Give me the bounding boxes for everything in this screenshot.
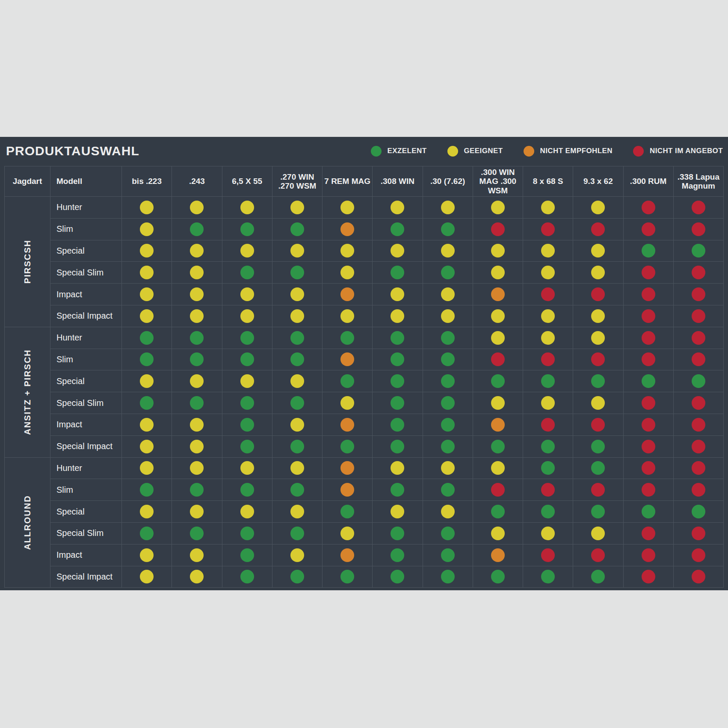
status-dot-exzelent bbox=[290, 331, 304, 345]
rating-cell bbox=[473, 240, 523, 262]
legend-item-label: NICHT IM ANGEBOT bbox=[650, 147, 723, 155]
status-dot-geeignet bbox=[340, 527, 354, 540]
status-dot-geeignet bbox=[340, 396, 354, 410]
status-dot-geeignet bbox=[290, 505, 304, 518]
status-dot-geeignet bbox=[541, 527, 555, 540]
status-dot-geeignet bbox=[290, 287, 304, 301]
rating-cell bbox=[573, 392, 623, 414]
rating-cell bbox=[373, 240, 422, 262]
status-dot-exzelent bbox=[340, 374, 354, 388]
rating-cell bbox=[473, 458, 523, 479]
rating-cell bbox=[272, 370, 322, 392]
status-dot-geeignet bbox=[340, 309, 354, 323]
rating-cell bbox=[323, 349, 372, 370]
rating-cell bbox=[222, 349, 272, 370]
status-dot-exzelent bbox=[240, 266, 254, 279]
rating-cell bbox=[122, 370, 172, 392]
status-dot-exzelent bbox=[441, 527, 455, 540]
status-dot-geeignet bbox=[290, 418, 304, 432]
rating-cell bbox=[373, 197, 422, 218]
rating-cell bbox=[323, 284, 372, 305]
model-row-label: Hunter bbox=[50, 197, 121, 218]
group-header-label: ANSITZ + PIRSCH bbox=[23, 349, 33, 435]
rating-cell bbox=[323, 566, 372, 588]
rating-cell bbox=[624, 479, 673, 500]
status-dot-nicht-im-angebot bbox=[692, 287, 705, 301]
rating-cell bbox=[624, 370, 673, 392]
status-dot-geeignet bbox=[140, 309, 154, 323]
rating-cell bbox=[674, 262, 723, 283]
status-dot-exzelent bbox=[441, 352, 455, 366]
rating-cell bbox=[423, 284, 473, 305]
status-dot-exzelent bbox=[541, 461, 555, 475]
status-dot-nicht-im-angebot bbox=[591, 548, 605, 562]
status-dot-geeignet bbox=[491, 309, 505, 323]
rating-cell bbox=[423, 458, 473, 479]
rating-cell bbox=[373, 392, 422, 414]
status-dot-exzelent bbox=[491, 374, 505, 388]
status-dot-geeignet bbox=[140, 461, 154, 475]
status-dot-geeignet bbox=[441, 461, 455, 475]
rating-cell bbox=[674, 414, 723, 435]
status-dot-geeignet bbox=[441, 244, 455, 257]
column-header-caliber: .300 WIN MAG .300 WSM bbox=[473, 166, 523, 196]
status-dot-geeignet bbox=[140, 440, 154, 453]
column-header-caliber: 7 REM MAG bbox=[323, 166, 372, 196]
status-dot-exzelent bbox=[391, 331, 404, 345]
status-dot-geeignet bbox=[240, 244, 254, 257]
status-dot-exzelent bbox=[290, 266, 304, 279]
status-dot-geeignet bbox=[391, 505, 404, 518]
column-header-caliber: .270 WIN .270 WSM bbox=[272, 166, 322, 196]
rating-cell bbox=[272, 523, 322, 544]
rating-cell bbox=[624, 262, 673, 283]
model-row-label: Special Impact bbox=[50, 305, 121, 327]
status-dot-nicht-empfohlen bbox=[340, 461, 354, 475]
rating-cell bbox=[423, 501, 473, 522]
status-dot-exzelent bbox=[290, 352, 304, 366]
status-dot-geeignet bbox=[541, 201, 555, 214]
rating-cell bbox=[122, 501, 172, 522]
rating-cell bbox=[222, 197, 272, 218]
status-dot-geeignet bbox=[190, 440, 204, 453]
status-dot-geeignet bbox=[541, 244, 555, 257]
rating-cell bbox=[573, 479, 623, 500]
rating-cell bbox=[473, 436, 523, 457]
rating-cell bbox=[573, 566, 623, 588]
status-dot-nicht-im-angebot bbox=[692, 352, 705, 366]
status-dot-exzelent bbox=[642, 505, 655, 518]
status-dot-exzelent bbox=[541, 505, 555, 518]
status-dot-geeignet bbox=[441, 309, 455, 323]
model-row-label: Impact bbox=[50, 414, 121, 435]
status-dot-nicht-im-angebot bbox=[642, 461, 655, 475]
rating-cell bbox=[624, 436, 673, 457]
column-header-jagdart: Jagdart bbox=[5, 166, 50, 196]
rating-cell bbox=[573, 262, 623, 283]
rating-cell bbox=[473, 219, 523, 240]
legend-item-nicht-empfohlen: NICHT EMPFOHLEN bbox=[524, 146, 613, 157]
status-dot-geeignet bbox=[240, 309, 254, 323]
rating-cell bbox=[222, 240, 272, 262]
rating-cell bbox=[373, 523, 422, 544]
status-dot-nicht-im-angebot bbox=[692, 266, 705, 279]
rating-cell bbox=[373, 327, 422, 349]
group-header-label: ALLROUND bbox=[23, 495, 33, 550]
rating-cell bbox=[423, 436, 473, 457]
status-dot-nicht-empfohlen bbox=[340, 548, 354, 562]
rating-cell bbox=[423, 370, 473, 392]
status-dot-exzelent bbox=[140, 352, 154, 366]
rating-cell bbox=[222, 370, 272, 392]
status-dot-geeignet bbox=[140, 505, 154, 518]
status-dot-nicht-empfohlen bbox=[340, 352, 354, 366]
model-row-label: Special Impact bbox=[50, 436, 121, 457]
status-dot-exzelent bbox=[591, 440, 605, 453]
rating-cell bbox=[473, 566, 523, 588]
rating-cell bbox=[523, 240, 573, 262]
rating-cell bbox=[674, 523, 723, 544]
rating-cell bbox=[523, 262, 573, 283]
status-dot-geeignet bbox=[491, 527, 505, 540]
status-dot-exzelent bbox=[340, 440, 354, 453]
rating-cell bbox=[373, 370, 422, 392]
status-dot-geeignet bbox=[190, 505, 204, 518]
rating-cell bbox=[523, 392, 573, 414]
status-dot-exzelent bbox=[391, 527, 404, 540]
